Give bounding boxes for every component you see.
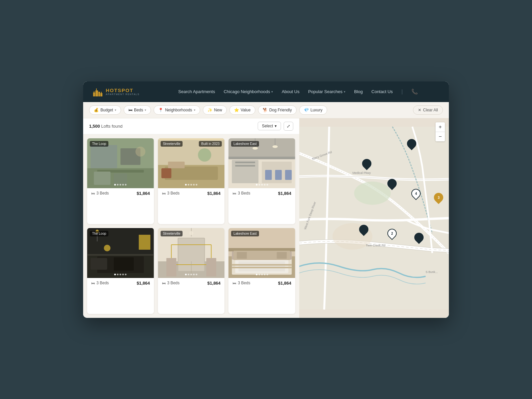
carousel-dot[interactable] [122, 274, 124, 275]
budget-filter[interactable]: 💰 Budget ▾ [89, 105, 121, 115]
nav-chicago-neighborhoods[interactable]: Chicago Neighborhoods ▾ [224, 89, 273, 94]
beds-filter[interactable]: 🛏 Beds ▾ [124, 105, 151, 115]
listing-card[interactable]: Streeterville 🛏 3 Beds $1,864 [158, 228, 225, 314]
clear-all-button[interactable]: ✕ Clear All [413, 105, 443, 115]
map-pin[interactable] [414, 233, 424, 242]
pin-marker [357, 223, 370, 236]
built-year-badge: Built in 2023 [199, 141, 222, 147]
svg-rect-24 [158, 138, 224, 140]
listing-card[interactable]: The Loop 🛏 3 Beds $1,864 [87, 138, 154, 224]
listing-grid: The Loop 🛏 3 Beds $1,864 Streeterville B… [83, 134, 299, 318]
card-image: Lakeshore East [228, 138, 295, 188]
carousel-dot[interactable] [120, 274, 121, 275]
beds-info: 🛏 3 Beds [232, 281, 250, 285]
left-panel: 1,500 Lofts found Select ▾ ⤢ [83, 118, 299, 318]
carousel-dot[interactable] [188, 274, 189, 275]
new-filter[interactable]: ✨ New [203, 105, 227, 115]
dog-friendly-filter[interactable]: 🐕 Dog Friendly [258, 105, 297, 115]
svg-rect-59 [206, 258, 216, 276]
beds-info: 🛏 3 Beds [91, 191, 109, 196]
map-pin[interactable] [362, 159, 371, 168]
nav-blog[interactable]: Blog [354, 89, 363, 94]
nav-search-apartments[interactable]: Search Apartments [178, 89, 215, 94]
beds-label: 3 Beds [167, 281, 180, 285]
map-pin[interactable] [407, 139, 416, 148]
neighborhoods-filter[interactable]: 📍 Neighborhoods ▾ [154, 105, 200, 115]
carousel-dot[interactable] [125, 274, 127, 275]
carousel-dot[interactable] [193, 184, 195, 186]
beds-icon: 🛏 [128, 108, 132, 112]
zoom-out-button[interactable]: − [436, 132, 445, 141]
logo[interactable]: HOTSPOT APARTMENT RENTALS [92, 86, 140, 97]
zoom-in-button[interactable]: + [436, 122, 445, 132]
nav-contact-us[interactable]: Contact Us [371, 89, 393, 94]
map-pin[interactable] [359, 225, 368, 234]
svg-rect-73 [232, 264, 292, 266]
pin-number: 4 [415, 192, 417, 195]
bed-icon: 🛏 [232, 281, 236, 285]
map-pin[interactable]: 3 [434, 193, 443, 202]
carousel-dot[interactable] [117, 184, 119, 186]
carousel-dot[interactable] [266, 184, 268, 186]
svg-point-76 [354, 182, 391, 205]
svg-point-39 [273, 145, 278, 148]
select-label: Select [262, 124, 273, 128]
phone-icon[interactable]: 📞 [411, 88, 418, 95]
beds-label: 3 Beds [238, 191, 250, 196]
listing-card[interactable]: Streeterville Built in 2023 🛏 3 Beds $1,… [158, 138, 225, 224]
svg-text:S Bunk...: S Bunk... [426, 270, 438, 274]
listing-card[interactable]: Lakeshore East 🛏 3 Beds $1,864 [228, 228, 295, 314]
carousel-dot[interactable] [117, 274, 119, 275]
listing-card[interactable]: The Loop 🛏 3 Beds $1,864 [87, 228, 154, 314]
carousel-dot[interactable] [120, 184, 121, 186]
carousel-dot[interactable] [125, 184, 127, 186]
carousel-dot[interactable] [264, 184, 265, 186]
carousel-dot[interactable] [196, 184, 197, 186]
select-button[interactable]: Select ▾ [258, 122, 281, 130]
carousel-dot[interactable] [261, 274, 263, 275]
neighborhood-badge: The Loop [90, 231, 108, 236]
carousel-dot[interactable] [122, 184, 124, 186]
pin-marker: 4 [409, 187, 423, 200]
carousel-dot[interactable] [264, 274, 265, 275]
carousel-dot[interactable] [258, 184, 260, 186]
value-filter[interactable]: ⭐ Value [229, 105, 255, 115]
dog-friendly-label: Dog Friendly [269, 108, 292, 112]
listing-card[interactable]: Lakeshore East 🛏 3 Beds $1,864 [228, 138, 295, 224]
svg-rect-2 [95, 90, 98, 96]
expand-button[interactable]: ⤢ [284, 122, 293, 131]
nav-about-us[interactable]: About Us [282, 89, 299, 94]
svg-rect-50 [114, 257, 134, 271]
map-pin[interactable]: 2 [387, 229, 397, 238]
pin-marker [412, 231, 426, 244]
carousel-dot[interactable] [185, 274, 187, 275]
carousel-dot[interactable] [193, 274, 195, 275]
carousel-dot[interactable] [261, 184, 263, 186]
nav-popular-searches[interactable]: Popular Searches ▾ [308, 89, 345, 94]
carousel-dot[interactable] [185, 184, 187, 186]
carousel-dot[interactable] [190, 184, 192, 186]
neighborhood-badge: Lakeshore East [231, 141, 259, 147]
carousel-dot[interactable] [256, 184, 257, 186]
svg-text:Medical Pkwy: Medical Pkwy [352, 171, 371, 175]
carousel-dot[interactable] [256, 274, 257, 275]
price-label: $1,864 [207, 281, 221, 286]
carousel-dot[interactable] [188, 184, 189, 186]
pin-number: 2 [391, 231, 393, 235]
card-image: Streeterville [158, 228, 225, 278]
map-pin[interactable] [387, 179, 397, 188]
carousel-dot[interactable] [114, 184, 116, 186]
map-container[interactable]: Macy Grove Rd Medical Pkwy West Fork Dee… [299, 118, 449, 318]
map-pin[interactable]: 4 [411, 189, 421, 198]
luxury-filter[interactable]: 💎 Luxury [299, 105, 327, 115]
card-image: The Loop [87, 138, 154, 188]
svg-rect-28 [229, 157, 295, 159]
carousel-dot[interactable] [114, 274, 116, 275]
card-footer: 🛏 3 Beds $1,864 [228, 188, 295, 199]
carousel-dot[interactable] [196, 274, 197, 275]
carousel-dot[interactable] [190, 274, 192, 275]
map-zoom-controls: + − [436, 122, 445, 141]
pin-marker: 2 [385, 227, 399, 240]
carousel-dot[interactable] [266, 274, 268, 275]
carousel-dot[interactable] [258, 274, 260, 275]
